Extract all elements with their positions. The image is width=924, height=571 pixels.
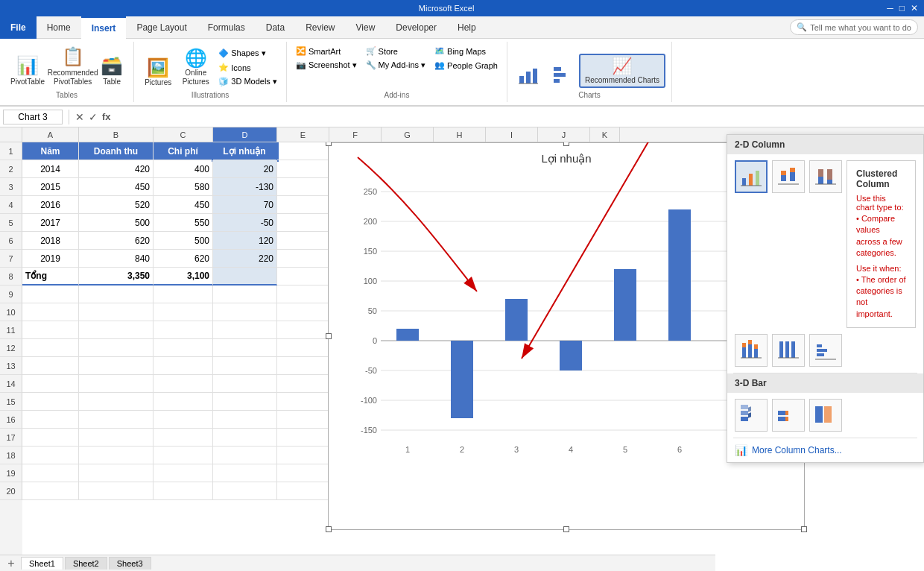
tab-view[interactable]: View [346,16,386,39]
bar-2[interactable] [451,341,473,418]
name-box[interactable] [3,110,63,124]
cell-b5[interactable]: 500 [79,214,154,232]
cell-b1[interactable]: Doanh thu [79,142,154,160]
cell-c4[interactable]: 450 [154,196,213,214]
tab-pagelayout[interactable]: Page Layout [126,16,197,39]
search-box[interactable]: 🔍 Tell me what you want to do [790,19,918,35]
recommended-charts-btn[interactable]: 📈 Recommended Charts [579,54,665,88]
cell-b7[interactable]: 840 [79,250,154,268]
sheet-tab-3[interactable]: Sheet3 [109,557,151,570]
cell-c7[interactable]: 620 [154,250,213,268]
tab-formulas[interactable]: Formulas [197,16,256,39]
cell-a2[interactable]: 2014 [22,160,79,178]
cell-a6[interactable]: 2018 [22,232,79,250]
people-graph-btn[interactable]: 👥 People Graph [431,59,501,72]
col-header-i[interactable]: I [486,127,538,142]
100pct-stacked-chart-icon[interactable] [809,160,842,193]
cell-e1[interactable] [277,142,329,160]
col-header-j[interactable]: J [538,127,590,142]
cell-d8[interactable] [213,268,277,286]
sheet-tab-1[interactable]: Sheet1 [21,557,63,570]
store-btn[interactable]: 🛒 Store [363,45,428,57]
tab-help[interactable]: Help [447,16,487,39]
tab-file[interactable]: File [0,16,37,39]
cell-b6[interactable]: 620 [79,232,154,250]
col-header-h[interactable]: H [434,127,486,142]
table-btn[interactable]: 🗃️ Table [96,54,127,88]
2d-col-variant-1[interactable] [735,334,768,367]
sheet-tab-2[interactable]: Sheet2 [65,557,107,570]
col-header-b[interactable]: B [79,127,154,142]
cell-b4[interactable]: 520 [79,196,154,214]
maximize-btn[interactable]: □ [899,3,905,13]
chart-handle-ml[interactable] [326,333,332,339]
cell-c6[interactable]: 500 [154,232,213,250]
shapes-btn[interactable]: 🔷 Shapes ▾ [215,47,280,60]
bar-5[interactable] [614,269,636,341]
cell-c1[interactable]: Chi phí [154,142,213,160]
tab-home[interactable]: Home [37,16,81,39]
cell-a5[interactable]: 2017 [22,214,79,232]
pictures-btn[interactable]: 🖼️ Pictures [140,56,176,88]
bing-maps-btn[interactable]: 🗺️ Bing Maps [431,45,501,57]
cell-a4[interactable]: 2016 [22,196,79,214]
pivottable-btn[interactable]: 📊 PivotTable [6,54,49,88]
bar-4[interactable] [560,341,582,370]
icons-btn[interactable]: ⭐ Icons [215,61,280,74]
more-column-charts-btn[interactable]: 📊 More Column Charts... [727,438,923,462]
minimize-btn[interactable]: ─ [887,3,893,13]
bar-1[interactable] [396,329,419,341]
bar-3[interactable] [505,299,528,341]
col-header-d[interactable]: D [213,127,277,142]
tab-data[interactable]: Data [256,16,295,39]
screenshot-btn[interactable]: 📷 Screenshot ▾ [293,59,360,72]
3d-bar-icon-2[interactable] [772,399,805,432]
cell-c3[interactable]: 580 [154,178,213,196]
online-pictures-btn[interactable]: 🌐 Online Pictures [179,46,212,88]
cell-a1[interactable]: Năm [22,142,79,160]
chart-handle-bc[interactable] [563,526,569,532]
col-header-a[interactable]: A [22,127,79,142]
col-header-e[interactable]: E [277,127,329,142]
bar-chart-btn[interactable] [546,64,576,88]
formula-input[interactable] [114,110,921,124]
col-header-f[interactable]: F [329,127,382,142]
tab-insert[interactable]: Insert [81,16,127,39]
bar-6[interactable] [668,209,691,341]
col-header-g[interactable]: G [382,127,434,142]
3d-models-btn[interactable]: 🧊 3D Models ▾ [215,75,280,88]
chart-handle-tc[interactable] [563,142,569,146]
cell-a8[interactable]: Tổng [22,268,79,286]
close-btn[interactable]: ✕ [911,3,918,13]
cell-c5[interactable]: 550 [154,214,213,232]
cell-d7[interactable]: 220 [213,250,277,268]
col-header-k[interactable]: K [590,127,620,142]
cell-a3[interactable]: 2015 [22,178,79,196]
col-header-c[interactable]: C [154,127,213,142]
insert-function-icon[interactable]: fx [102,111,111,123]
add-sheet-btn[interactable]: + [3,557,19,570]
cell-e2[interactable] [277,160,329,178]
2d-col-variant-3[interactable] [809,334,842,367]
cell-b3[interactable]: 450 [79,178,154,196]
2d-col-variant-2[interactable] [772,334,805,367]
3d-bar-icon-3[interactable] [809,399,842,432]
cell-b2[interactable]: 420 [79,160,154,178]
clustered-column-chart-icon[interactable] [735,160,768,193]
stacked-column-chart-icon[interactable] [772,160,805,193]
cell-d3[interactable]: -130 [213,178,277,196]
cell-b8[interactable]: 3,350 [79,268,154,286]
column-chart-btn[interactable] [513,64,543,88]
3d-bar-icon-1[interactable] [735,399,768,432]
cell-a7[interactable]: 2019 [22,250,79,268]
confirm-formula-icon[interactable]: ✓ [89,111,98,123]
tab-developer[interactable]: Developer [385,16,447,39]
cell-d1[interactable]: Lợi nhuận [213,142,277,160]
chart-handle-tl[interactable] [326,142,332,146]
chart-handle-br[interactable] [801,526,807,532]
cell-d4[interactable]: 70 [213,196,277,214]
my-addins-btn[interactable]: 🔧 My Add-ins ▾ [363,59,428,72]
recommended-pivottables-btn[interactable]: 📋 Recommended PivotTables [52,45,93,88]
cell-c8[interactable]: 3,100 [154,268,213,286]
chart-handle-bl[interactable] [326,526,332,532]
